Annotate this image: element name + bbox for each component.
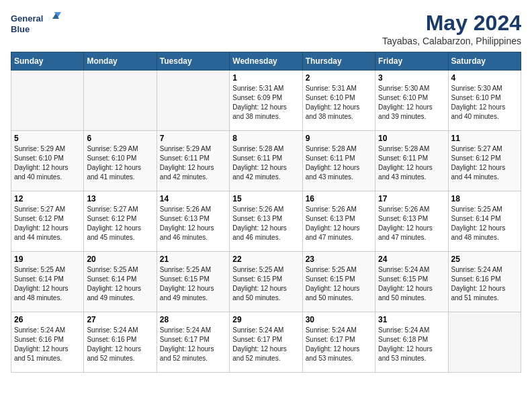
day-info: Sunrise: 5:25 AM Sunset: 6:14 PM Dayligh… [14, 265, 81, 303]
calendar-cell: 19Sunrise: 5:25 AM Sunset: 6:14 PM Dayli… [11, 252, 84, 312]
day-info: Sunrise: 5:27 AM Sunset: 6:12 PM Dayligh… [87, 205, 153, 242]
day-info: Sunrise: 5:24 AM Sunset: 6:17 PM Dayligh… [306, 326, 372, 363]
page-header: General Blue May 2024 Tayabas, Calabarzo… [11, 11, 521, 46]
logo-svg: General Blue [11, 11, 64, 38]
calendar-cell: 28Sunrise: 5:24 AM Sunset: 6:17 PM Dayli… [157, 312, 229, 373]
day-info: Sunrise: 5:29 AM Sunset: 6:10 PM Dayligh… [14, 144, 81, 182]
svg-text:Blue: Blue [11, 24, 30, 34]
calendar-cell: 11Sunrise: 5:27 AM Sunset: 6:12 PM Dayli… [448, 131, 521, 191]
calendar-cell: 12Sunrise: 5:27 AM Sunset: 6:12 PM Dayli… [11, 191, 84, 252]
day-info: Sunrise: 5:26 AM Sunset: 6:13 PM Dayligh… [160, 205, 226, 242]
day-info: Sunrise: 5:29 AM Sunset: 6:11 PM Dayligh… [160, 144, 226, 182]
calendar-week-row: 19Sunrise: 5:25 AM Sunset: 6:14 PM Dayli… [11, 252, 521, 312]
day-number: 9 [306, 134, 372, 143]
day-number: 21 [160, 255, 226, 264]
calendar-cell: 7Sunrise: 5:29 AM Sunset: 6:11 PM Daylig… [157, 131, 229, 191]
calendar-cell: 14Sunrise: 5:26 AM Sunset: 6:13 PM Dayli… [157, 191, 229, 252]
day-number: 7 [160, 134, 226, 143]
day-number: 2 [306, 73, 372, 83]
logo: General Blue [11, 11, 64, 38]
day-info: Sunrise: 5:30 AM Sunset: 6:10 PM Dayligh… [451, 84, 518, 122]
calendar-cell: 31Sunrise: 5:24 AM Sunset: 6:18 PM Dayli… [375, 312, 448, 373]
weekday-header-row: SundayMondayTuesdayWednesdayThursdayFrid… [11, 52, 521, 71]
calendar-cell: 22Sunrise: 5:25 AM Sunset: 6:15 PM Dayli… [230, 252, 302, 312]
calendar-cell: 30Sunrise: 5:24 AM Sunset: 6:17 PM Dayli… [302, 312, 375, 373]
calendar-cell: 6Sunrise: 5:29 AM Sunset: 6:10 PM Daylig… [84, 131, 157, 191]
day-info: Sunrise: 5:29 AM Sunset: 6:10 PM Dayligh… [87, 144, 153, 182]
svg-text:General: General [11, 13, 43, 24]
calendar-week-row: 5Sunrise: 5:29 AM Sunset: 6:10 PM Daylig… [11, 131, 521, 191]
day-number: 20 [87, 255, 153, 264]
day-info: Sunrise: 5:24 AM Sunset: 6:15 PM Dayligh… [378, 265, 445, 303]
day-info: Sunrise: 5:26 AM Sunset: 6:13 PM Dayligh… [232, 205, 299, 242]
calendar-cell: 25Sunrise: 5:24 AM Sunset: 6:16 PM Dayli… [448, 252, 521, 312]
title-block: May 2024 Tayabas, Calabarzon, Philippine… [382, 11, 521, 46]
weekday-header: Thursday [302, 52, 375, 71]
day-number: 19 [14, 255, 81, 264]
weekday-header: Sunday [11, 52, 84, 71]
day-number: 5 [14, 134, 81, 143]
calendar-cell: 13Sunrise: 5:27 AM Sunset: 6:12 PM Dayli… [84, 191, 157, 252]
day-info: Sunrise: 5:27 AM Sunset: 6:12 PM Dayligh… [451, 144, 518, 182]
day-number: 3 [378, 73, 445, 83]
calendar-week-row: 1Sunrise: 5:31 AM Sunset: 6:09 PM Daylig… [11, 71, 521, 131]
weekday-header: Monday [84, 52, 157, 71]
day-info: Sunrise: 5:28 AM Sunset: 6:11 PM Dayligh… [232, 144, 299, 182]
day-number: 25 [451, 255, 518, 264]
day-number: 8 [232, 134, 299, 143]
calendar-cell: 5Sunrise: 5:29 AM Sunset: 6:10 PM Daylig… [11, 131, 84, 191]
day-info: Sunrise: 5:27 AM Sunset: 6:12 PM Dayligh… [14, 205, 81, 242]
day-info: Sunrise: 5:25 AM Sunset: 6:14 PM Dayligh… [87, 265, 153, 303]
day-info: Sunrise: 5:24 AM Sunset: 6:16 PM Dayligh… [451, 265, 518, 303]
day-info: Sunrise: 5:30 AM Sunset: 6:10 PM Dayligh… [378, 84, 445, 122]
day-info: Sunrise: 5:25 AM Sunset: 6:15 PM Dayligh… [306, 265, 372, 303]
day-number: 4 [451, 73, 518, 83]
day-number: 12 [14, 194, 81, 203]
day-number: 23 [306, 255, 372, 264]
day-number: 1 [232, 73, 299, 83]
day-number: 28 [160, 315, 226, 324]
day-info: Sunrise: 5:26 AM Sunset: 6:13 PM Dayligh… [378, 205, 445, 242]
calendar-cell: 26Sunrise: 5:24 AM Sunset: 6:16 PM Dayli… [11, 312, 84, 373]
calendar-cell: 18Sunrise: 5:25 AM Sunset: 6:14 PM Dayli… [448, 191, 521, 252]
day-number: 10 [378, 134, 445, 143]
calendar-cell: 10Sunrise: 5:28 AM Sunset: 6:11 PM Dayli… [375, 131, 448, 191]
day-info: Sunrise: 5:24 AM Sunset: 6:17 PM Dayligh… [160, 326, 226, 363]
day-number: 17 [378, 194, 445, 203]
day-number: 29 [232, 315, 299, 324]
day-info: Sunrise: 5:25 AM Sunset: 6:14 PM Dayligh… [451, 205, 518, 242]
day-number: 27 [87, 315, 153, 324]
calendar-cell: 8Sunrise: 5:28 AM Sunset: 6:11 PM Daylig… [230, 131, 302, 191]
day-info: Sunrise: 5:24 AM Sunset: 6:18 PM Dayligh… [378, 326, 445, 363]
location-title: Tayabas, Calabarzon, Philippines [382, 36, 521, 46]
day-number: 16 [306, 194, 372, 203]
weekday-header: Saturday [448, 52, 521, 71]
calendar-cell: 29Sunrise: 5:24 AM Sunset: 6:17 PM Dayli… [230, 312, 302, 373]
day-number: 6 [87, 134, 153, 143]
calendar-cell: 20Sunrise: 5:25 AM Sunset: 6:14 PM Dayli… [84, 252, 157, 312]
day-info: Sunrise: 5:25 AM Sunset: 6:15 PM Dayligh… [232, 265, 299, 303]
month-title: May 2024 [382, 11, 521, 36]
calendar-cell: 4Sunrise: 5:30 AM Sunset: 6:10 PM Daylig… [448, 71, 521, 131]
day-number: 15 [232, 194, 299, 203]
day-number: 22 [232, 255, 299, 264]
calendar-cell [448, 312, 521, 373]
calendar-cell: 21Sunrise: 5:25 AM Sunset: 6:15 PM Dayli… [157, 252, 229, 312]
calendar-cell [11, 71, 84, 131]
weekday-header: Wednesday [230, 52, 302, 71]
day-info: Sunrise: 5:24 AM Sunset: 6:16 PM Dayligh… [14, 326, 81, 363]
calendar-cell: 1Sunrise: 5:31 AM Sunset: 6:09 PM Daylig… [230, 71, 302, 131]
calendar-cell: 17Sunrise: 5:26 AM Sunset: 6:13 PM Dayli… [375, 191, 448, 252]
calendar-cell: 23Sunrise: 5:25 AM Sunset: 6:15 PM Dayli… [302, 252, 375, 312]
calendar-week-row: 12Sunrise: 5:27 AM Sunset: 6:12 PM Dayli… [11, 191, 521, 252]
day-number: 13 [87, 194, 153, 203]
calendar-cell: 27Sunrise: 5:24 AM Sunset: 6:16 PM Dayli… [84, 312, 157, 373]
day-info: Sunrise: 5:28 AM Sunset: 6:11 PM Dayligh… [306, 144, 372, 182]
day-number: 14 [160, 194, 226, 203]
calendar-table: SundayMondayTuesdayWednesdayThursdayFrid… [11, 52, 521, 373]
calendar-cell: 3Sunrise: 5:30 AM Sunset: 6:10 PM Daylig… [375, 71, 448, 131]
day-info: Sunrise: 5:31 AM Sunset: 6:10 PM Dayligh… [306, 84, 372, 122]
calendar-cell: 9Sunrise: 5:28 AM Sunset: 6:11 PM Daylig… [302, 131, 375, 191]
day-number: 31 [378, 315, 445, 324]
day-number: 11 [451, 134, 518, 143]
